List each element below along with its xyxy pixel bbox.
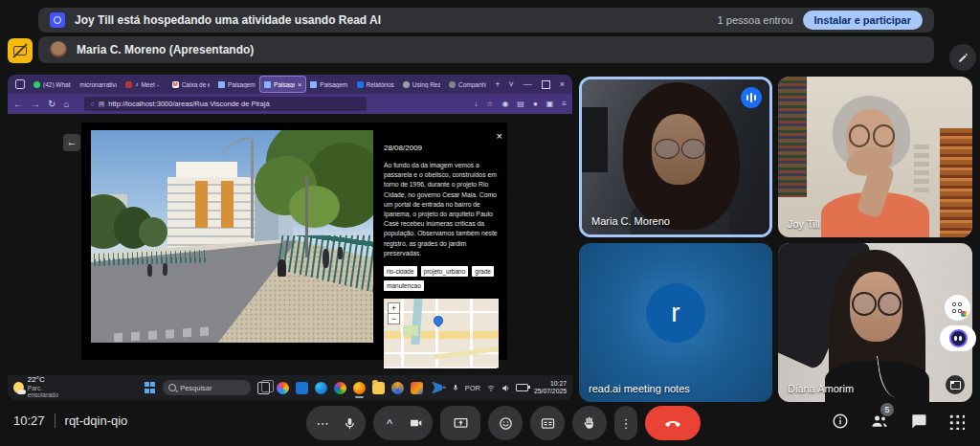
downloads-icon[interactable]: ↓ [474,100,478,108]
url-text[interactable]: http://localhost:3000/areas/Rua Visconde… [108,100,269,108]
tab-gmail[interactable]: MCaixa de en [168,77,213,92]
tag-chip[interactable]: manutencao [384,280,424,291]
mic-icon[interactable] [337,406,362,440]
tab-whatsapp[interactable]: (42) Whats [30,77,75,92]
extension-grid-button[interactable] [945,295,970,321]
video-tile-joy[interactable]: Joy Till [778,77,972,237]
video-tile-readai[interactable]: r read.ai meeting notes [579,243,772,402]
tab-close-icon[interactable]: × [298,80,302,89]
activities-button[interactable] [947,413,965,430]
end-call-icon [663,413,682,433]
taskbar-app-explorer[interactable] [372,382,385,394]
tray-clock[interactable]: 10:27 25/07/2025 [534,380,567,396]
doc-icon: ▤ [99,100,105,108]
zoom-out-button[interactable]: − [388,313,400,324]
start-button[interactable] [145,382,156,393]
annotate-button[interactable] [949,44,976,71]
participants-button[interactable]: 5 [869,412,890,431]
taskbar-weather-widget[interactable]: 22°C Parc. ensolarado [13,376,70,398]
bot-tile-background: r [579,243,772,402]
chat-button[interactable] [909,412,928,431]
tag-chip[interactable]: rio-cidade [384,266,417,277]
home-icon[interactable]: ⌂ [63,99,69,109]
bookmark-star-icon[interactable]: ☆ [486,100,493,108]
firefox-view-icon[interactable] [15,79,25,89]
pencil-icon [957,52,969,64]
street-photo [91,130,373,343]
tab-paisagem-1[interactable]: Paisagem G [214,77,259,92]
leaflet-map[interactable]: + − Leaflet | © OpenStreetMap contributo… [384,299,499,368]
back-icon[interactable]: ← [13,99,23,109]
taskbar-app-vscode[interactable] [430,382,442,394]
battery-icon[interactable] [516,384,528,391]
page-back-button[interactable]: ← [63,134,80,151]
tab-micronarrativas[interactable]: micronarrativas [76,77,121,92]
reactions-button[interactable] [488,406,523,440]
info-icon [831,412,850,431]
tab-audio-icon: ♪ [135,81,138,87]
window-close-button[interactable]: × [556,79,568,89]
close-icon[interactable]: × [497,130,502,142]
captions-button[interactable] [530,406,565,440]
tray-language[interactable]: POR [465,384,480,392]
account-icon[interactable]: ◉ [501,100,508,108]
container-icon[interactable]: ▣ [546,100,554,108]
picture-in-picture-icon[interactable] [946,375,965,394]
install-and-join-button[interactable]: Instalar e participar [803,11,924,30]
window-minimize-button[interactable]: — [520,79,536,89]
extension-icon[interactable]: ● [533,100,538,108]
taskbar-app-m365[interactable] [334,382,346,394]
tray-mic-icon[interactable] [452,383,459,392]
pedestrian [147,264,152,277]
gmail-icon: M [172,81,179,88]
readai-assistant-button[interactable] [940,325,976,351]
clock-time: 10:27 [13,413,45,428]
taskbar-app-outlook[interactable] [296,382,308,394]
video-tile-maria[interactable]: Maria C. Moreno [579,77,772,237]
tab-relatorios[interactable]: Relatórios d [353,77,398,92]
camera-icon[interactable] [404,406,429,440]
page-icon [218,81,225,88]
site-info-icon[interactable]: ○ [90,100,94,107]
library-icon[interactable]: ▤ [517,100,524,108]
camera-control[interactable]: ^ [373,406,433,440]
video-tile-diana[interactable]: Diana Amorim [778,243,972,402]
taskbar-app-photos[interactable] [411,382,423,394]
meeting-details-button[interactable] [831,412,850,431]
leave-call-button[interactable] [645,406,701,440]
tab-companhia[interactable]: Companhia [445,77,490,92]
taskbar-app-copilot[interactable] [277,382,289,394]
tag-chip[interactable]: grade [472,266,494,277]
taskbar-app-firefox[interactable] [353,382,366,394]
tab-paisagem-2[interactable]: Paisagem G [306,77,351,92]
present-screen-button[interactable] [440,406,480,440]
mic-options-icon[interactable]: ⋯ [310,406,335,440]
forward-icon[interactable]: → [31,99,40,109]
participant-name: Joy Till [788,218,820,230]
taskbar-app-clock[interactable] [391,382,404,394]
window-maximize-button[interactable] [542,80,550,89]
camera-options-icon[interactable]: ^ [377,406,402,440]
new-tab-button[interactable]: + [491,79,503,89]
mic-control[interactable]: ⋯ [306,406,366,440]
speaker-icon[interactable] [501,384,510,392]
map-marker-pin[interactable] [432,314,445,327]
tab-meet[interactable]: ♪Meet - [122,77,167,92]
taskbar-app-edge[interactable] [315,382,327,394]
readai-icon [50,12,65,28]
presenter-banner-text: Maria C. Moreno (Apresentando) [77,43,254,56]
tab-list-button[interactable]: ˅ [504,79,517,89]
menu-icon[interactable]: ≡ [562,100,567,108]
task-view-button[interactable] [257,382,270,394]
tab-using-read[interactable]: Using Read [399,77,444,92]
tab-paisagem-active[interactable]: Paisagem× [260,77,305,92]
reload-icon[interactable]: ↻ [48,99,56,109]
wifi-icon[interactable] [486,384,496,391]
tray-chevron-icon[interactable]: ^ [442,384,446,392]
more-options-button[interactable]: ⋮ [614,406,637,440]
taskbar-search[interactable]: Pesquisar [163,380,251,395]
address-bar[interactable]: ○ ▤ http://localhost:3000/areas/Rua Visc… [84,97,367,111]
raise-hand-button[interactable] [572,406,607,440]
participant-name: read.ai meeting notes [589,383,690,394]
tag-chip[interactable]: projeto_urbano [421,266,469,277]
